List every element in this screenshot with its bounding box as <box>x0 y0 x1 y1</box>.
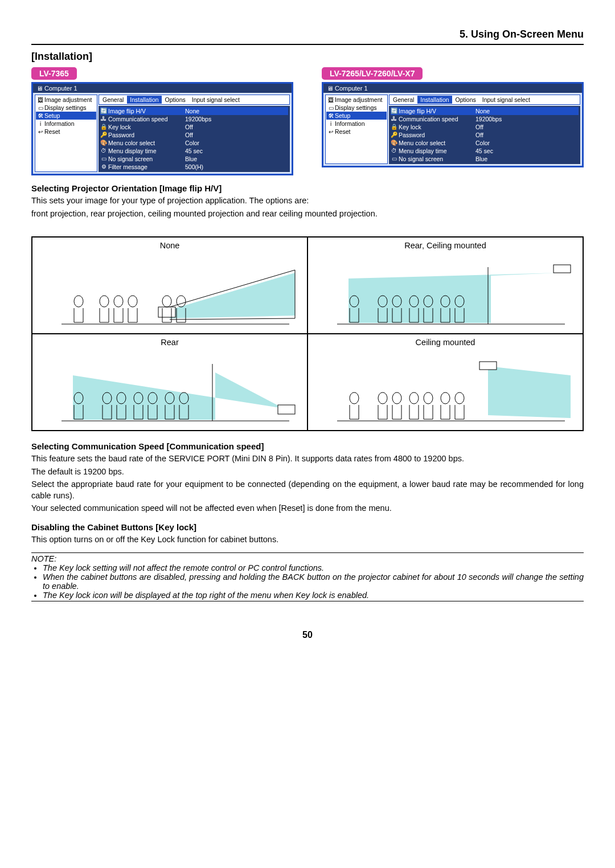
orient-rear-ceiling: Rear, Ceiling mounted <box>308 237 583 334</box>
setting-value: 500(H) <box>185 163 288 170</box>
sidebar-item[interactable]: 🛠Setup <box>36 112 96 120</box>
menu-tab[interactable]: Options <box>453 96 479 104</box>
subheading-commspeed: Selecting Communication Speed [Communica… <box>31 441 584 451</box>
sidebar-item-label: Setup <box>335 112 350 119</box>
sidebar-item[interactable]: ↩Reset <box>36 128 96 136</box>
setting-row[interactable]: 🎨Menu color selectColor <box>100 139 288 147</box>
setting-label: Image flip H/V <box>108 108 185 114</box>
password-icon: 🔑 <box>391 132 397 138</box>
chapter-title: 5. Using On-Screen Menu <box>460 28 584 40</box>
orient-label: Rear, Ceiling mounted <box>314 241 577 250</box>
orient-illus-none <box>38 253 301 330</box>
setting-row[interactable]: 🖧Communication speed19200bps <box>391 115 579 123</box>
color-icon: 🎨 <box>100 140 107 146</box>
sidebar-item[interactable]: ↩Reset <box>326 128 387 136</box>
sidebar-item[interactable]: ▭Display settings <box>36 104 96 112</box>
page-number: 50 <box>31 630 584 640</box>
setting-value: Blue <box>475 155 579 162</box>
orient-label: Rear <box>38 338 301 347</box>
menu-tab[interactable]: Installation <box>417 96 452 104</box>
sidebar-item-label: Image adjustment <box>44 96 92 103</box>
setting-row[interactable]: ▭No signal screenBlue <box>100 155 288 163</box>
note-block: NOTE: The Key lock setting will not affe… <box>31 552 584 601</box>
sidebar-item[interactable]: 🖼Image adjustment <box>36 96 96 104</box>
setup-icon: 🛠 <box>328 113 334 119</box>
setting-label: Image flip H/V <box>399 108 475 114</box>
note-item: The Key lock icon will be displayed at t… <box>43 591 584 600</box>
paragraph: Your selected communication speed will n… <box>31 503 584 514</box>
setting-value: Color <box>185 140 288 146</box>
setting-row[interactable]: 🔒Key lockOff <box>391 123 579 131</box>
note-title: NOTE: <box>31 554 584 563</box>
setting-label: Communication speed <box>399 116 475 122</box>
setting-row[interactable]: ▭No signal screenBlue <box>391 155 579 163</box>
svg-rect-21 <box>278 405 295 414</box>
sidebar-item-label: Reset <box>44 128 60 135</box>
setting-row[interactable]: 🔒Key lockOff <box>100 123 288 131</box>
sidebar-item[interactable]: 🛠Setup <box>326 112 387 120</box>
sidebar-item-label: Display settings <box>335 104 377 111</box>
paragraph: This sets your image for your type of pr… <box>31 195 584 207</box>
setting-value: 45 sec <box>185 148 288 154</box>
setting-row[interactable]: ⏱Menu display time45 sec <box>100 147 288 155</box>
menu-tab[interactable]: Input signal select <box>189 96 243 104</box>
flip-icon: 🔄 <box>100 108 107 114</box>
sidebar-item-label: Display settings <box>44 104 87 111</box>
image-icon: 🖼 <box>328 97 334 103</box>
info-icon: i <box>38 121 43 127</box>
setting-value: 19200bps <box>475 116 579 122</box>
menu-window-title: Computer 1 <box>323 84 582 93</box>
sidebar-item-label: Setup <box>44 112 60 119</box>
svg-point-35 <box>409 392 419 404</box>
menu-tab[interactable]: General <box>100 96 126 104</box>
menu-tab[interactable]: General <box>390 96 417 104</box>
reset-icon: ↩ <box>38 129 43 135</box>
menu-tab[interactable]: Input signal select <box>479 96 533 104</box>
menu-tab[interactable]: Installation <box>127 96 161 104</box>
svg-marker-0 <box>170 273 295 318</box>
setting-value: 45 sec <box>475 148 579 154</box>
orientation-grid: None Rear, Ceiling mounted <box>31 236 584 431</box>
menu-window-left: Computer 1 🖼Image adjustment▭Display set… <box>31 82 293 175</box>
setting-label: No signal screen <box>399 155 475 162</box>
setting-label: Menu display time <box>108 148 185 154</box>
lock-icon: 🔒 <box>391 124 397 130</box>
orient-label: Ceiling mounted <box>314 338 577 347</box>
sidebar-item[interactable]: 🖼Image adjustment <box>326 96 387 104</box>
screen-icon: ▭ <box>391 155 397 162</box>
password-icon: 🔑 <box>100 132 107 138</box>
setting-value: Blue <box>185 155 288 162</box>
orient-illus-ceiling <box>314 350 577 427</box>
svg-rect-11 <box>554 265 571 273</box>
time-icon: ⏱ <box>100 148 107 154</box>
setting-row[interactable]: 🖧Communication speed19200bps <box>100 115 288 123</box>
filter-icon: ⚙ <box>100 163 107 170</box>
menu-tab[interactable]: Options <box>162 96 188 104</box>
setting-label: Key lock <box>399 124 475 130</box>
menu-sidebar: 🖼Image adjustment▭Display settings🛠Setup… <box>325 95 388 164</box>
reset-icon: ↩ <box>328 129 334 135</box>
paragraph: The default is 19200 bps. <box>31 466 584 478</box>
sidebar-item-label: Information <box>44 120 75 127</box>
model-pill-left: LV-7365 <box>31 67 77 80</box>
sidebar-item[interactable]: iInformation <box>326 120 387 128</box>
setting-value: Off <box>475 124 579 130</box>
setting-row[interactable]: 🔄Image flip H/VNone <box>100 107 288 115</box>
setting-value: Off <box>475 132 579 138</box>
setting-row[interactable]: ⏱Menu display time45 sec <box>391 147 579 155</box>
sidebar-item[interactable]: iInformation <box>36 120 96 128</box>
setting-row[interactable]: 🔑PasswordOff <box>391 131 579 139</box>
paragraph: This option turns on or off the Key Lock… <box>31 534 584 546</box>
setting-row[interactable]: 🔄Image flip H/VNone <box>391 107 579 115</box>
image-icon: 🖼 <box>38 97 43 103</box>
model-col-left: LV-7365 Computer 1 🖼Image adjustment▭Dis… <box>31 67 293 175</box>
orient-illus-rear-ceiling <box>314 253 577 330</box>
svg-marker-29 <box>488 366 571 418</box>
sidebar-item[interactable]: ▭Display settings <box>326 104 387 112</box>
note-item: When the cabinet buttons are disabled, p… <box>43 572 584 591</box>
setting-row[interactable]: 🔑PasswordOff <box>100 131 288 139</box>
setting-row[interactable]: 🎨Menu color selectColor <box>391 139 579 147</box>
subheading-orientation: Selecting Projector Orientation [Image f… <box>31 183 584 193</box>
setting-row[interactable]: ⚙Filter message500(H) <box>100 163 288 171</box>
time-icon: ⏱ <box>391 148 397 154</box>
